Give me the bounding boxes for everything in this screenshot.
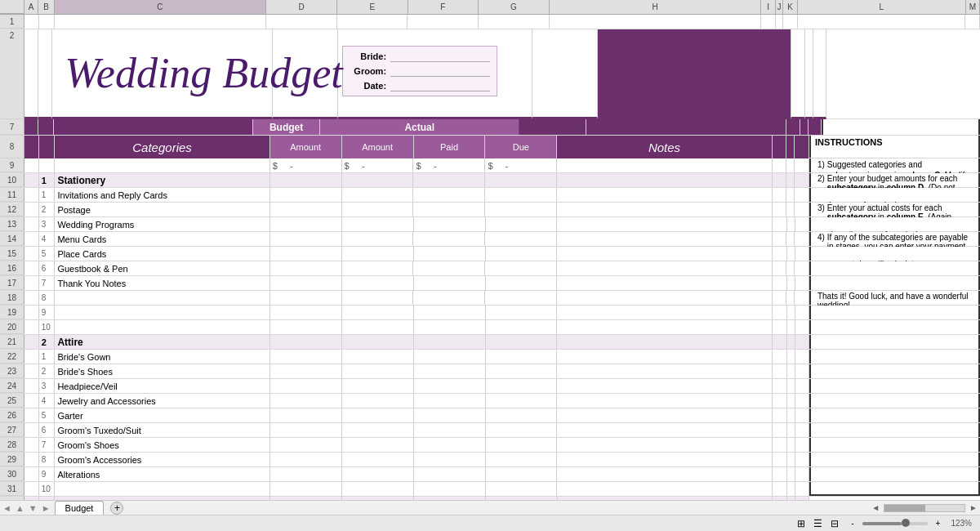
- list-item: 18 8 Thats it! Good luck, and have a won…: [0, 291, 980, 306]
- cell-i17: [773, 276, 787, 290]
- row-num-19: 19: [0, 306, 24, 319]
- cell-j7: [800, 119, 808, 135]
- item-num-15: 5: [39, 247, 56, 261]
- groom-input[interactable]: [390, 65, 490, 77]
- stationery-name: Stationery: [55, 173, 270, 187]
- col-a-header[interactable]: A: [24, 0, 38, 14]
- cell-d15: [270, 247, 342, 261]
- col-j-header[interactable]: J: [776, 0, 784, 14]
- dollar-e1: $ -: [342, 158, 414, 172]
- date-input[interactable]: [390, 80, 490, 91]
- col-c-header[interactable]: C: [55, 0, 267, 14]
- cell-h14: [557, 232, 772, 246]
- row-num-20: 20: [0, 320, 24, 334]
- list-item: 25 4 Jewelry and Accessories: [0, 394, 980, 408]
- row-num-7: 7: [0, 119, 24, 135]
- cell-a8: [24, 136, 39, 158]
- cell-i10: [773, 173, 787, 187]
- cell-b1: [39, 15, 55, 29]
- item-num-12: 2: [39, 203, 56, 216]
- row-num-10: 10: [0, 173, 24, 187]
- cell-a9: [24, 158, 39, 172]
- item-name-14: Menu Cards: [55, 232, 270, 246]
- list-item: 27 6 Groom's Tuxedo/Suit: [0, 423, 980, 438]
- col-m-header[interactable]: M: [966, 0, 980, 14]
- col-d-header[interactable]: D: [266, 0, 337, 14]
- cell-h1: [550, 15, 761, 29]
- zoom-out-icon[interactable]: -: [851, 519, 853, 528]
- instr-row-11: [809, 188, 980, 202]
- rows-container[interactable]: 1 2: [0, 15, 980, 500]
- notes-header-cell: [598, 29, 792, 119]
- col-e-header[interactable]: E: [337, 0, 408, 14]
- cell-h13: [557, 217, 772, 231]
- instr-row-14: 4) If any of the subcategories are payab…: [809, 232, 980, 246]
- cell-k2: [813, 29, 827, 119]
- list-item: 23 2 Bride's Shoes: [0, 364, 980, 379]
- grid-view-icon[interactable]: ⊞: [797, 518, 805, 529]
- cell-a1: [24, 15, 39, 29]
- cell-a14: [24, 232, 39, 246]
- cell-i11: [773, 188, 787, 202]
- cell-j1: [776, 15, 784, 29]
- cell-a11: [24, 188, 39, 202]
- bride-info-area: Bride: Groom: Date:: [338, 29, 532, 119]
- col-l-header[interactable]: L: [798, 0, 966, 14]
- page-view-icon[interactable]: ⊟: [831, 518, 839, 529]
- cell-h7: [586, 119, 786, 135]
- row-num-28: 28: [0, 438, 24, 452]
- cell-f13: [414, 217, 486, 231]
- instr-row-15: [809, 247, 980, 261]
- layout-view-icon[interactable]: ☰: [813, 518, 822, 529]
- col-k-header[interactable]: K: [783, 0, 797, 14]
- cell-h17: [557, 276, 772, 290]
- cell-d11: [270, 188, 342, 202]
- instr-row-13: [809, 217, 980, 231]
- bride-input[interactable]: [390, 51, 490, 62]
- budget-header: Budget: [253, 119, 320, 135]
- item-name-13: Wedding Programs: [55, 217, 270, 231]
- cell-e16: [342, 261, 414, 275]
- cell-k8: [795, 136, 809, 158]
- status-bar: ⊞ ☰ ⊟ - + 123%: [0, 515, 980, 531]
- cell-g7: [519, 119, 586, 135]
- cell-e11: [342, 188, 414, 202]
- row-num-17: 17: [0, 276, 24, 290]
- cell-j11: [786, 188, 795, 202]
- cell-g15: [486, 247, 558, 261]
- add-sheet-button[interactable]: +: [110, 502, 123, 515]
- cell-e17: [342, 276, 414, 290]
- cell-d17: [270, 276, 342, 290]
- sheet-tab-budget[interactable]: Budget: [55, 501, 105, 515]
- cell-d12: [270, 203, 342, 216]
- cell-d16: [270, 261, 342, 275]
- cell-b8: [39, 136, 56, 158]
- list-item: 26 5 Garter: [0, 408, 980, 423]
- cell-k15: [795, 247, 810, 261]
- item-name-16: Guestbook & Pen: [55, 261, 270, 275]
- cell-k10: [795, 173, 809, 187]
- col-i-header[interactable]: I: [761, 0, 775, 14]
- cell-e1: [337, 15, 408, 29]
- list-item: 12 2 Postage 3) Enter your ac: [0, 203, 980, 217]
- col-g-header[interactable]: G: [479, 0, 550, 14]
- col-b-header[interactable]: B: [38, 0, 54, 14]
- cell-h12: [557, 203, 772, 216]
- cell-h16: [557, 261, 772, 275]
- row-num-24: 24: [0, 379, 24, 393]
- list-item: 20 10: [0, 320, 980, 335]
- col-h-header[interactable]: H: [550, 0, 762, 14]
- row-num-22: 22: [0, 350, 24, 364]
- cell-i16: [773, 261, 787, 275]
- cell-i7: [786, 119, 800, 135]
- stationery-header-row: 10 1 Stationery 2) Enter your: [0, 173, 980, 188]
- cell-a12: [24, 203, 39, 216]
- cell-j10: [786, 173, 795, 187]
- dollar-d: $ -: [270, 158, 342, 172]
- cell-f11: [413, 188, 485, 202]
- col-f-header[interactable]: F: [408, 0, 479, 14]
- zoom-in-icon[interactable]: +: [936, 519, 941, 528]
- item-name-15: Place Cards: [55, 247, 270, 261]
- row-num-9: 9: [0, 158, 24, 172]
- instructions-content-2: 2) Enter your budget amounts for each su…: [809, 173, 980, 187]
